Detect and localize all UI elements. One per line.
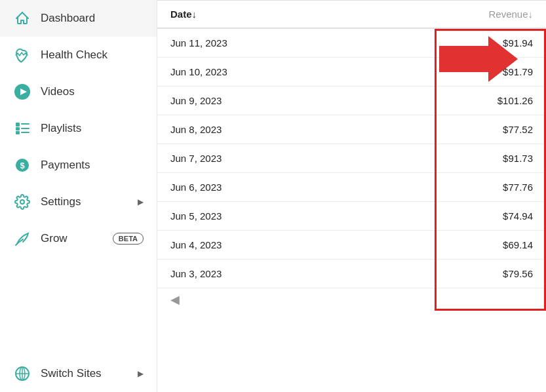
revenue-cell: $79.56 — [368, 260, 546, 288]
money-icon: $ — [13, 156, 31, 174]
globe-icon — [13, 364, 31, 383]
date-cell: Jun 9, 2023 — [157, 87, 368, 115]
sidebar-label-videos: Videos — [41, 85, 144, 98]
date-cell: Jun 3, 2023 — [157, 260, 368, 288]
svg-rect-3 — [16, 127, 20, 130]
sidebar-item-switch-sites[interactable]: Switch Sites ▶ — [0, 355, 157, 392]
sidebar-label-dashboard: Dashboard — [41, 12, 144, 25]
sidebar-label-health-check: Health Check — [41, 49, 144, 62]
svg-marker-15 — [439, 36, 518, 82]
date-column-header[interactable]: Date↓ — [157, 1, 368, 29]
list-icon — [13, 119, 31, 138]
date-cell: Jun 6, 2023 — [157, 173, 368, 202]
revenue-cell: $91.73 — [368, 144, 546, 173]
scroll-left-icon: ◀ — [170, 292, 180, 307]
sidebar-item-videos[interactable]: Videos — [0, 73, 157, 110]
table-row: Jun 8, 2023$77.52 — [157, 115, 546, 144]
scroll-hint: ◀ — [157, 288, 546, 311]
svg-text:$: $ — [20, 161, 25, 170]
sidebar-item-grow[interactable]: Grow BETA — [0, 220, 157, 257]
gear-icon — [13, 193, 31, 211]
table-row: Jun 5, 2023$74.94 — [157, 202, 546, 231]
table-row: Jun 3, 2023$79.56 — [157, 260, 546, 288]
svg-rect-2 — [16, 123, 20, 127]
revenue-column-header[interactable]: Revenue↓ — [368, 1, 546, 29]
sidebar-label-grow: Grow — [41, 232, 101, 245]
table-row: Jun 7, 2023$91.73 — [157, 144, 546, 173]
arrow-annotation — [439, 33, 518, 88]
revenue-cell: $77.76 — [368, 173, 546, 202]
play-icon — [13, 83, 31, 101]
home-icon — [13, 9, 31, 28]
table-row: Jun 9, 2023$101.26 — [157, 87, 546, 115]
date-cell: Jun 8, 2023 — [157, 115, 368, 144]
revenue-cell: $77.52 — [368, 115, 546, 144]
sidebar: Dashboard Health Check Videos — [0, 0, 157, 392]
date-cell: Jun 11, 2023 — [157, 28, 368, 58]
sidebar-item-settings[interactable]: Settings ▶ — [0, 184, 157, 220]
sidebar-item-playlists[interactable]: Playlists — [0, 110, 157, 147]
sidebar-item-health-check[interactable]: Health Check — [0, 37, 157, 73]
settings-arrow-icon: ▶ — [138, 197, 144, 206]
date-cell: Jun 10, 2023 — [157, 58, 368, 87]
date-cell: Jun 5, 2023 — [157, 202, 368, 231]
main-content: Date↓ Revenue↓ Jun 11, 2023$91.94Jun 10,… — [157, 0, 546, 392]
sidebar-item-payments[interactable]: $ Payments — [0, 147, 157, 184]
sidebar-label-settings: Settings — [41, 195, 128, 208]
date-cell: Jun 4, 2023 — [157, 231, 368, 260]
sidebar-label-payments: Payments — [41, 159, 144, 172]
date-cell: Jun 7, 2023 — [157, 144, 368, 173]
switch-sites-arrow-icon: ▶ — [138, 369, 144, 378]
heart-icon — [13, 46, 31, 64]
table-container: Date↓ Revenue↓ Jun 11, 2023$91.94Jun 10,… — [157, 0, 546, 311]
revenue-cell: $101.26 — [368, 87, 546, 115]
revenue-cell: $74.94 — [368, 202, 546, 231]
table-row: Jun 4, 2023$69.14 — [157, 231, 546, 260]
revenue-cell: $69.14 — [368, 231, 546, 260]
table-row: Jun 6, 2023$77.76 — [157, 173, 546, 202]
sidebar-label-playlists: Playlists — [41, 122, 144, 135]
sidebar-item-dashboard[interactable]: Dashboard — [0, 0, 157, 37]
svg-rect-4 — [16, 131, 20, 134]
beta-badge: BETA — [113, 233, 144, 245]
svg-point-10 — [20, 200, 24, 204]
sidebar-label-switch-sites: Switch Sites — [41, 367, 128, 380]
leaf-icon — [13, 229, 31, 248]
